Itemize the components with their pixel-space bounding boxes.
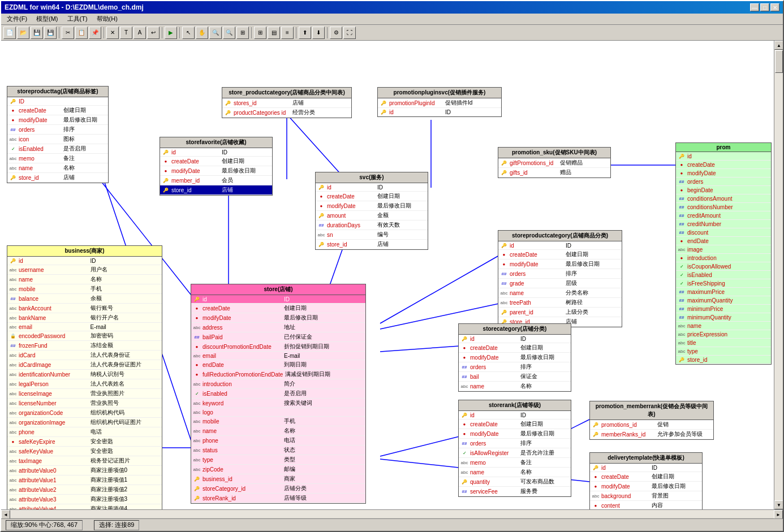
icon-abc45: abc xyxy=(193,409,200,416)
icon-hash7: ## xyxy=(678,204,685,210)
scroll-horizontal-track[interactable] xyxy=(10,510,774,518)
tb-save[interactable]: 💾 xyxy=(31,27,43,39)
icon-dot24: ● xyxy=(592,473,599,480)
row-b-attrVal3: abc attributeValue3 商家注册项值3 xyxy=(7,495,162,504)
table-store[interactable]: store(店铺) 🔑 id ID ● createDate 创建日期 ● mo… xyxy=(191,284,366,504)
minimize-button[interactable]: — xyxy=(750,3,759,11)
close-button[interactable]: ✕ xyxy=(770,3,779,11)
tb-hand[interactable]: ✋ xyxy=(196,27,208,39)
icon-abc12: abc xyxy=(10,266,16,273)
tb-copy[interactable]: 📋 xyxy=(75,27,88,39)
row-s-createDate: ● createDate 创建日期 xyxy=(191,304,365,313)
toolbar-sep2 xyxy=(104,27,104,38)
tb-zoom-in[interactable]: 🔍 xyxy=(209,27,222,39)
tb-align[interactable]: ≡ xyxy=(281,27,294,39)
menu-help[interactable]: 帮助(H) xyxy=(93,14,121,24)
tb-grid[interactable]: ⊞ xyxy=(254,27,266,39)
table-store-header: store(店铺) xyxy=(191,284,365,295)
tb-fullscreen[interactable]: ⛶ xyxy=(343,27,356,39)
icon-hash15: ## xyxy=(10,295,16,302)
icon-check6: ✓ xyxy=(461,449,468,456)
row-b-idCardImage: abc idCardImage 法人代表身份证图片 xyxy=(7,360,162,370)
icon-dot13: ● xyxy=(678,254,685,261)
row-b-name: abc name 名称 xyxy=(7,275,162,284)
table-storecategory[interactable]: storecategory(店铺分类) 🔑 id ID ● createDate… xyxy=(458,323,571,392)
tb-run[interactable]: ▶ xyxy=(165,27,177,39)
row-sc-name: abc name 名称 xyxy=(459,382,571,391)
tb-cursor[interactable]: ↖ xyxy=(182,27,195,39)
row-b-username: abc username 用户名 xyxy=(7,265,162,275)
table-store-productcategory[interactable]: store_productcategory(店铺商品分类中间表) 🔑 store… xyxy=(222,87,352,118)
row-prom-type: abc type xyxy=(676,347,771,356)
icon-dot12: ● xyxy=(678,237,685,244)
tb-settings[interactable]: ⚙ xyxy=(330,27,342,39)
table-promotion-memberrank[interactable]: promotion_memberrank(促销会员等级中间表) 🔑 promot… xyxy=(589,401,714,440)
icon-fk16: 🔑 xyxy=(193,485,200,492)
row-createDate: ● createDate 创建日期 xyxy=(7,106,108,115)
icon-abc5: abc xyxy=(501,289,507,296)
table-storefavorite[interactable]: storefavorite(店铺收藏) 🔑 id ID ● createDate… xyxy=(160,137,273,196)
toolbar-sep3 xyxy=(162,27,162,38)
diagram-canvas[interactable]: storeproducttag(店铺商品标签) 🔑 ID ● createDat… xyxy=(1,41,774,509)
row-dt-createDate: ● createDate 创建日期 xyxy=(590,472,702,482)
tb-import[interactable]: ⬇ xyxy=(312,27,325,39)
table-storeproductcategory[interactable]: storeproductcategory(店铺商品分类) 🔑 id ID ● c… xyxy=(498,230,622,327)
scrollbar-vertical[interactable]: ▲ ▼ xyxy=(774,41,783,509)
tb-text[interactable]: T xyxy=(120,27,132,39)
scroll-vertical-track[interactable] xyxy=(774,50,783,500)
table-promotionpluginsvc[interactable]: promotionpluginsvc(促销插件服务) 🔑 promotionPl… xyxy=(377,87,502,117)
scroll-right-button[interactable]: ► xyxy=(774,510,783,519)
tb-zoom-fit[interactable]: ⊞ xyxy=(236,27,249,39)
icon-hash14: ## xyxy=(678,314,685,321)
table-promotion-sku[interactable]: promotion_sku(促销SKU中间表) 🔑 giftPromotions… xyxy=(498,147,611,178)
menu-model[interactable]: 模型(M) xyxy=(33,14,62,24)
maximize-button[interactable]: □ xyxy=(760,3,769,11)
row-b-idCard: abc idCard 法人代表身份证 xyxy=(7,351,162,360)
scroll-down-button[interactable]: ▼ xyxy=(774,500,783,509)
row-sr-createDate: ● createDate 创建日期 xyxy=(459,419,571,429)
table-prom[interactable]: prom 🔑 id ● createDate ● modifyDate xyxy=(675,142,772,365)
tb-save2[interactable]: 💾 xyxy=(44,27,57,39)
table-storeproducttag[interactable]: storeproducttag(店铺商品标签) 🔑 ID ● createDat… xyxy=(7,86,109,183)
scroll-left-button[interactable]: ◄ xyxy=(1,510,10,519)
tb-zoom-out[interactable]: 🔍 xyxy=(223,27,235,39)
row-sf-member: 🔑 member_id 会员 xyxy=(160,176,272,185)
title-bar-buttons: — □ ✕ xyxy=(750,3,779,11)
row-b-licenseNumber: abc licenseNumber 营业执照号 xyxy=(7,399,162,408)
table-svc[interactable]: svc(服务) 🔑 id ID ● createDate 创建日期 ● modi… xyxy=(315,172,428,250)
tb-undo[interactable]: ↩ xyxy=(147,27,160,39)
scrollbar-horizontal[interactable]: ◄ ► xyxy=(1,509,783,518)
menu-tools[interactable]: 工具(T) xyxy=(64,14,91,24)
tb-delete[interactable]: ✕ xyxy=(106,27,119,39)
tb-paste[interactable]: 📌 xyxy=(89,27,101,39)
tb-new[interactable]: 📄 xyxy=(3,27,16,39)
icon-fk14: 🔑 xyxy=(678,356,685,363)
table-storerank[interactable]: storerank(店铺等级) 🔑 id ID ● createDate 创建日… xyxy=(458,400,571,497)
table-prom-header: prom xyxy=(676,143,771,152)
icon-abc33: abc xyxy=(10,505,16,509)
icon-fk2: 🔑 xyxy=(225,100,231,106)
table-business[interactable]: business(商家) 🔑 id ID abc username 用户名 ab… xyxy=(7,245,162,509)
tb-cut[interactable]: ✂ xyxy=(62,27,74,39)
row-b-attrVal4: abc attributeValue4 商家注册项值4 xyxy=(7,504,162,509)
scroll-up-button[interactable]: ▲ xyxy=(774,41,783,50)
icon-fk4: 🔑 xyxy=(380,100,387,106)
icon-lock: 🔒 xyxy=(10,332,16,339)
row-b-attrVal2: abc attributeValue2 商家注册项值2 xyxy=(7,485,162,495)
icon-abc15: abc xyxy=(10,305,16,312)
svg-line-9 xyxy=(380,436,459,456)
tb-text2[interactable]: A xyxy=(133,27,146,39)
menu-file[interactable]: 文件(F) xyxy=(3,14,31,24)
scroll-vertical-thumb[interactable] xyxy=(775,50,783,73)
row-spc-parent: 🔑 parent_id 上级分类 xyxy=(498,308,622,317)
tb-open[interactable]: 📂 xyxy=(17,27,29,39)
tb-export[interactable]: ⬆ xyxy=(299,27,311,39)
icon-abc7: abc xyxy=(678,246,685,253)
row-b-attrVal1: abc attributeValue1 商家注册项值1 xyxy=(7,475,162,485)
tb-layout[interactable]: ▤ xyxy=(268,27,280,39)
icon-key4: 🔑 xyxy=(501,242,507,249)
row-stores-id: 🔑 stores_id 店铺 xyxy=(222,98,351,108)
table-deliverytemplate[interactable]: deliverytemplate(快递单模板) 🔑 id ID ● create… xyxy=(589,452,703,509)
row-sr-modifyDate: ● modifyDate 最后修改日期 xyxy=(459,429,571,439)
icon-dot10: ● xyxy=(678,170,685,176)
